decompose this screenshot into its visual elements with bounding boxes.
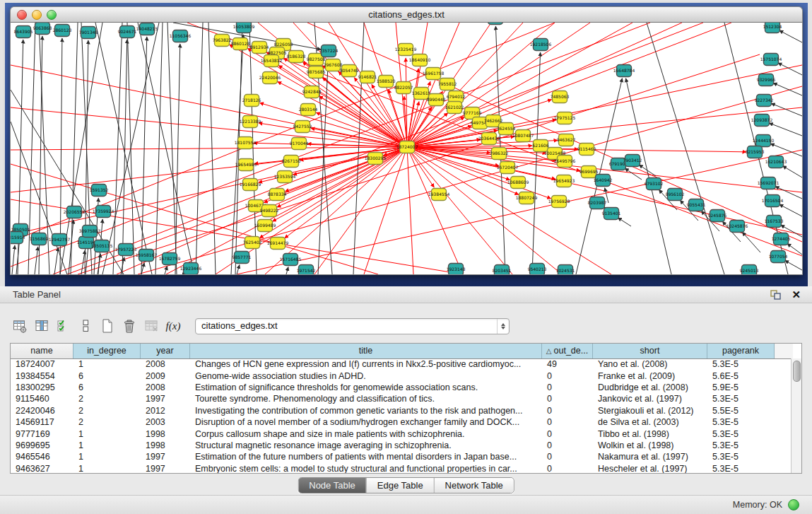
graph-node[interactable]: 16543812 [261, 55, 283, 67]
graph-node[interactable]: 7625402 [243, 237, 262, 249]
graph-node[interactable]: 12942757 [49, 234, 71, 246]
graph-node[interactable]: 18107554 [235, 137, 257, 149]
graph-node[interactable]: 9135401 [602, 208, 621, 220]
table-row[interactable]: 1830029562008Estimation of significance … [11, 382, 792, 393]
graph-node[interactable]: 17975125 [554, 112, 576, 124]
graph-node[interactable]: 16782759 [159, 253, 181, 265]
graph-node[interactable]: 2803144 [299, 104, 318, 116]
graph-node[interactable]: 8203987 [588, 197, 607, 209]
scrollbar-thumb[interactable] [793, 361, 801, 382]
graph-node[interactable]: 2860123 [53, 25, 72, 37]
graph-node[interactable]: 9063868 [33, 23, 52, 35]
graph-node[interactable]: 9170044 [290, 138, 309, 150]
graph-node[interactable]: 9227342 [755, 95, 774, 107]
graph-node[interactable]: 8990448 [427, 94, 446, 106]
graph-node[interactable]: 26495796 [554, 156, 576, 168]
graph-node[interactable]: 7357224 [319, 45, 339, 57]
close-panel-icon[interactable]: ✕ [792, 289, 801, 300]
float-panel-icon[interactable] [770, 289, 782, 300]
graph-node[interactable]: 8822057 [394, 82, 413, 94]
edit-cells-button[interactable] [77, 317, 94, 334]
graph-node[interactable]: 2718126 [242, 95, 261, 107]
graph-node[interactable]: 9540213 [528, 264, 547, 275]
graph-node[interactable]: 15720407 [497, 162, 519, 174]
graph-node[interactable]: 3315914 [11, 232, 25, 244]
destroy-table-button[interactable] [143, 317, 160, 334]
graph-node[interactable]: 18300295 [365, 153, 387, 165]
graph-node[interactable]: 7955812 [438, 78, 457, 90]
graph-node[interactable]: 1077054 [769, 251, 788, 263]
graph-node[interactable]: 7963822 [213, 35, 232, 47]
graph-node[interactable]: 9055431 [687, 199, 706, 211]
function-builder-button[interactable]: f(x) [165, 317, 182, 334]
graph-node[interactable]: 1156869 [30, 233, 49, 245]
graph-node[interactable]: 9875685 [307, 66, 326, 78]
graph-node[interactable]: 621606 [533, 140, 549, 152]
graph-node[interactable]: 1640942 [594, 175, 613, 187]
table-row[interactable]: 911546021997Tourette syndrome. Phenomeno… [11, 393, 792, 404]
graph-node[interactable]: 18724007 [396, 141, 418, 153]
graph-node[interactable]: 13505135 [91, 240, 113, 252]
graph-node[interactable]: 10688609 [507, 177, 529, 189]
graph-node[interactable]: 30975887 [79, 226, 101, 238]
table-vertical-scrollbar[interactable] [791, 358, 801, 473]
column-header-out_de[interactable]: △out_de... [542, 344, 593, 358]
column-header-in_degree[interactable]: in_degree [73, 344, 141, 358]
graph-node[interactable]: 9024671 [118, 26, 137, 38]
table-selector-dropdown[interactable]: citations_edges.txt [195, 318, 510, 334]
graph-node[interactable]: 8643905 [14, 26, 33, 38]
graph-node[interactable]: 19166829 [240, 179, 261, 191]
graph-node[interactable]: 16961758 [423, 68, 445, 80]
graph-node[interactable]: 16099489 [254, 220, 276, 232]
graph-node[interactable]: 9463627 [557, 134, 576, 146]
graph-node[interactable]: 8267150 [282, 156, 301, 168]
graph-node[interactable]: 9245013 [740, 265, 759, 275]
table-row[interactable]: 1938455462009Genome-wide association stu… [11, 370, 792, 381]
graph-node[interactable]: 8203451 [493, 265, 512, 275]
graph-node[interactable]: 8956102 [666, 189, 685, 201]
graph-node[interactable]: 8878334 [268, 189, 287, 201]
graph-node[interactable]: 16648784 [613, 65, 635, 77]
network-canvas[interactable]: 7963822886012889129348226058982750516543… [10, 23, 803, 275]
column-header-title[interactable]: title [190, 344, 542, 358]
graph-node[interactable]: 1167533 [765, 216, 784, 228]
graph-node[interactable]: 19654985 [235, 159, 257, 171]
column-header-year[interactable]: year [141, 344, 190, 358]
graph-node[interactable]: 12093872 [751, 115, 773, 127]
graph-node[interactable]: 1512304 [763, 23, 782, 33]
graph-node[interactable]: 19654923 [553, 175, 575, 187]
network-graph[interactable]: 7963822886012889129348226058982750516543… [11, 23, 802, 274]
graph-node[interactable]: 10245876 [726, 221, 748, 233]
graph-node[interactable]: 7903412 [623, 155, 642, 167]
table-row[interactable]: 946554611997Estimation of the future num… [11, 451, 792, 462]
table-row[interactable]: 1872400712008Changes of HCN gene express… [11, 358, 792, 370]
graph-node[interactable]: 8860128 [231, 38, 250, 50]
graph-node[interactable]: 9329966 [757, 74, 776, 86]
network-window-titlebar[interactable]: citations_edges.txt [10, 6, 803, 23]
table-row[interactable]: 946362711997Embryonic stem cells: a mode… [11, 463, 792, 473]
graph-node[interactable]: 15716485 [280, 254, 302, 266]
graph-node[interactable]: 9242848 [302, 86, 322, 98]
column-header-pagerank[interactable]: pagerank [707, 344, 775, 358]
zoom-window-button[interactable] [47, 10, 57, 20]
select-columns-button[interactable] [33, 317, 50, 334]
graph-node[interactable]: 19218506 [530, 39, 552, 51]
table-row[interactable]: 977716911998Corpus callosum shape and si… [11, 428, 792, 439]
graph-node[interactable]: 6793102 [645, 178, 664, 190]
tab-node-table[interactable]: Node Table [298, 478, 366, 493]
graph-node[interactable]: 9245876 [708, 210, 727, 222]
graph-node[interactable]: 1274405 [772, 233, 791, 245]
graph-node[interactable]: 17957223 [115, 244, 137, 256]
network-window[interactable]: citations_edges.txt 79638228860128891293… [10, 6, 803, 275]
graph-node[interactable]: 8186328 [287, 51, 306, 63]
graph-node[interactable]: 8054749 [340, 65, 359, 77]
graph-node[interactable]: 19384554 [428, 189, 450, 201]
graph-node[interactable]: 15958167 [136, 250, 158, 262]
table-row[interactable]: 2242004622012Investigating the contribut… [11, 405, 792, 416]
graph-node[interactable]: 20206556 [64, 206, 86, 218]
column-header-name[interactable]: name [11, 344, 73, 358]
graph-node[interactable]: 17016504 [762, 195, 784, 207]
graph-node[interactable]: 8427552 [293, 121, 312, 133]
graph-node[interactable]: 18640910 [409, 54, 431, 66]
graph-node[interactable]: 14048215 [136, 23, 158, 35]
